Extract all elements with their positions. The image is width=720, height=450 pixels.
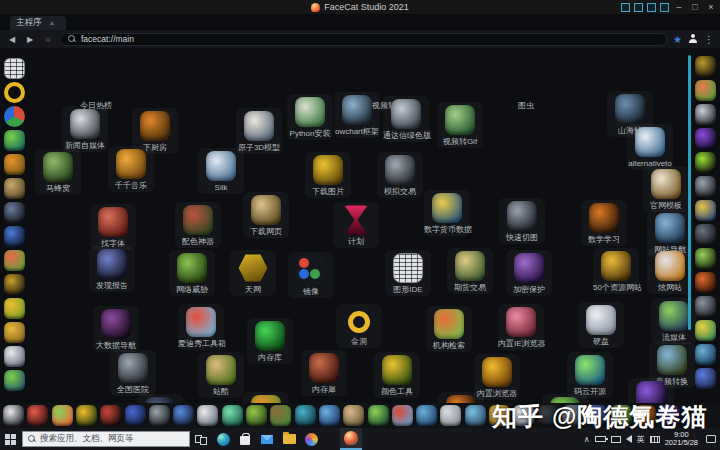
app-tile[interactable]: Python安装 [287,94,333,140]
tray-chevron-icon[interactable]: ∧ [584,435,590,444]
app-tile[interactable]: 全国医院 [110,350,156,396]
store-icon[interactable] [234,428,256,450]
left-dock-slime-icon[interactable] [4,130,25,151]
app-tile[interactable]: 通达信绿色版 [383,96,429,142]
app-tile[interactable]: 图形IDE [385,250,431,296]
app-tile[interactable]: 期货交易 [447,248,493,294]
taskbar-clock[interactable]: 9:00 2021/5/28 [665,431,698,447]
custom-window-button-1[interactable] [621,3,630,12]
right-dock-blob-box-icon[interactable] [695,320,716,341]
profile-icon[interactable] [688,34,698,44]
display-icon[interactable] [611,436,621,443]
left-dock-flower-dark-icon[interactable] [4,274,25,295]
app-tile[interactable]: 加密保护 [506,250,552,296]
reload-button[interactable]: ○ [42,35,54,44]
minimize-button[interactable]: – [673,2,685,12]
bottom-dock-icon-20[interactable] [465,405,486,426]
bottom-dock-icon-4[interactable] [76,405,97,426]
custom-window-button-2[interactable] [634,3,643,12]
app-tile[interactable]: 数字货币数据 [424,190,470,236]
app-tile[interactable]: 站酷 [198,352,244,398]
bottom-dock-icon-11[interactable] [246,405,267,426]
edge-icon[interactable] [212,428,234,450]
taskbar-search[interactable]: 搜索应用、文档、网页等 [22,431,190,447]
bottom-dock-icon-19[interactable] [440,405,461,426]
maximize-button[interactable]: □ [689,2,701,12]
ime-indicator[interactable]: 英 [637,434,645,445]
right-dock-claws-icon[interactable] [695,224,716,245]
bottom-dock-icon-6[interactable] [125,405,146,426]
right-dock-flame-figure-icon[interactable] [695,128,716,149]
right-dock-claw-marks-icon[interactable] [695,296,716,317]
left-dock-slime2-icon[interactable] [4,370,25,391]
right-dock-flower-dark-icon[interactable] [695,56,716,77]
left-dock-seeds-icon[interactable] [4,322,25,343]
bottom-dock-icon-13[interactable] [295,405,316,426]
bottom-dock-icon-8[interactable] [173,405,194,426]
left-dock-eyeball-icon[interactable] [4,346,25,367]
bottom-dock-icon-7[interactable] [149,405,170,426]
app-tile[interactable]: 模拟交易 [377,152,423,198]
bottom-dock-icon-14[interactable] [319,405,340,426]
app-tile[interactable]: 视频转Gif [437,102,483,148]
app-tile[interactable]: 翻抖 [243,392,289,403]
speaker-icon[interactable] [626,435,632,443]
app-tile[interactable]: 马蜂窝 [35,149,81,195]
app-tile[interactable]: 学术搜索 [137,394,183,403]
right-dock-web-icon[interactable] [695,176,716,197]
app-tile[interactable]: 内存库 [247,318,293,364]
start-button[interactable] [0,428,22,450]
left-dock-girl-icon[interactable] [4,250,25,271]
back-button[interactable]: ◀ [6,35,18,44]
app-tile[interactable]: 码云开源 [567,352,613,398]
app-tile[interactable]: 内置IE浏览器 [498,304,544,350]
app-tile[interactable]: alternativeto [627,124,673,170]
bottom-dock-icon-17[interactable] [392,405,413,426]
app-tile[interactable]: 硬盘 [578,302,624,348]
app-tile[interactable]: 原子3D模型 [236,108,282,154]
app-tile[interactable]: 官网模板 [643,166,689,212]
task-view-button[interactable] [190,428,212,450]
bottom-dock-icon-1[interactable] [3,405,24,426]
left-dock-palette-icon[interactable] [4,106,25,127]
bottom-dock-icon-9[interactable] [197,405,218,426]
right-dock-blueberry-icon[interactable] [695,368,716,389]
tab-main-program[interactable]: 主程序 × [10,16,66,30]
bottom-dock-icon-3[interactable] [52,405,73,426]
facecat-taskbar-icon[interactable] [340,428,362,450]
app-tile[interactable]: 下载网页 [243,192,289,238]
right-dock-girl-icon[interactable] [695,80,716,101]
right-dock-eyeball-icon[interactable] [695,104,716,125]
app-tile[interactable]: 天网 [230,250,276,296]
bottom-dock-icon-2[interactable] [27,405,48,426]
app-tile[interactable]: 找字体 [90,204,136,250]
app-tile[interactable]: 千千音乐 [108,146,154,192]
right-dock-lava-icon[interactable] [695,272,716,293]
app-tile[interactable]: 炫网站 [647,248,693,294]
touch-keyboard-icon[interactable] [650,436,660,443]
bottom-dock-icon-5[interactable] [100,405,121,426]
app-tile[interactable]: 爱迪秀工具箱 [178,304,224,350]
app-tile[interactable]: 金洞 [336,304,382,348]
left-dock-beetle-icon[interactable] [4,202,25,223]
app-tile[interactable]: 发现报告 [89,246,135,292]
battery-icon[interactable] [595,436,606,442]
app-icon-colorful[interactable] [300,428,322,450]
left-dock-rock-icon[interactable] [4,178,25,199]
notification-center-icon[interactable] [706,435,716,443]
app-tile[interactable]: 计划 [333,202,379,248]
bottom-dock-icon-12[interactable] [270,405,291,426]
right-dock-flower-box-icon[interactable] [695,200,716,221]
bookmark-star-icon[interactable]: ★ [673,34,682,45]
url-field[interactable]: facecat://main [60,33,667,46]
app-tile[interactable]: Edge开发版 [438,392,484,403]
app-tile[interactable]: 配色神器 [175,202,221,248]
right-dock-splat-icon[interactable] [695,152,716,173]
app-tile[interactable]: 大数据导航 [93,306,139,352]
app-tile[interactable]: 数学学习 [581,200,627,246]
app-tile[interactable]: owchart框架 [334,92,380,138]
bottom-dock-icon-16[interactable] [368,405,389,426]
left-dock-squid-icon[interactable] [4,226,25,247]
left-dock-table-icon[interactable] [4,58,25,79]
bottom-dock-icon-15[interactable] [343,405,364,426]
